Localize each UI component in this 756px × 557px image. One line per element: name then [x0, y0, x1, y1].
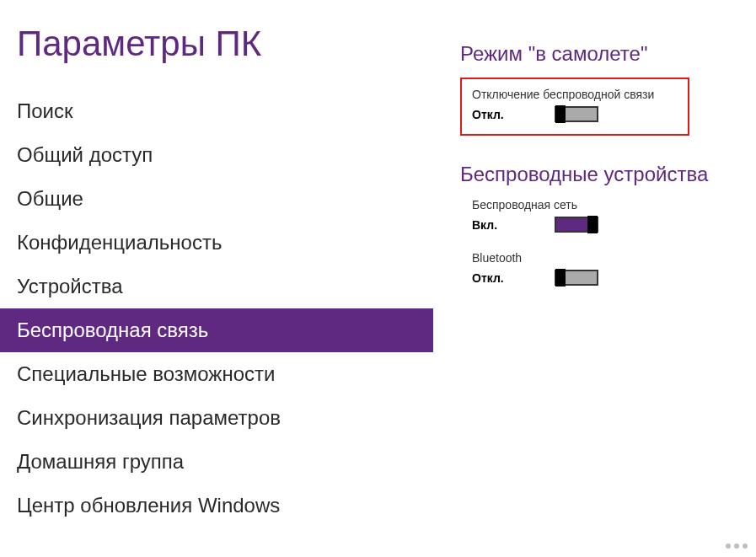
wifi-group: Беспроводная сеть Вкл. — [472, 198, 739, 233]
wifi-status: Вкл. — [472, 218, 507, 232]
sidebar-item-share[interactable]: Общий доступ — [0, 133, 433, 177]
airplane-mode-status: Откл. — [472, 108, 507, 121]
bluetooth-group: Bluetooth Откл. — [472, 251, 739, 286]
sidebar-item-wireless[interactable]: Беспроводная связь — [0, 308, 433, 352]
sidebar-item-privacy[interactable]: Конфиденциальность — [0, 221, 433, 265]
airplane-mode-section: Режим "в самолете" Отключение беспроводн… — [460, 42, 739, 136]
sidebar-item-ease-of-access[interactable]: Специальные возможности — [0, 352, 433, 396]
sidebar-item-sync[interactable]: Синхронизация параметров — [0, 396, 433, 440]
page-title: Параметры ПК — [0, 0, 433, 89]
sidebar-item-search[interactable]: Поиск — [0, 89, 433, 133]
sidebar-item-devices[interactable]: Устройства — [0, 265, 433, 308]
airplane-mode-highlighted: Отключение беспроводной связи Откл. — [460, 78, 689, 136]
wireless-devices-title: Беспроводные устройства — [460, 163, 739, 186]
toggle-handle — [555, 269, 566, 287]
bluetooth-status: Откл. — [472, 271, 507, 285]
bluetooth-row: Откл. — [472, 270, 739, 286]
toggle-handle — [555, 105, 566, 123]
sidebar-item-homegroup[interactable]: Домашняя группа — [0, 440, 433, 484]
toggle-handle — [587, 216, 598, 233]
bluetooth-label: Bluetooth — [472, 251, 739, 265]
content-panel: Режим "в самолете" Отключение беспроводн… — [433, 0, 756, 557]
airplane-mode-toggle[interactable] — [555, 106, 598, 122]
wireless-devices-inner: Беспроводная сеть Вкл. Bluetooth Откл. — [460, 198, 739, 286]
wifi-row: Вкл. — [472, 217, 739, 233]
wireless-devices-section: Беспроводные устройства Беспроводная сет… — [460, 163, 739, 286]
sidebar: Параметры ПК Поиск Общий доступ Общие Ко… — [0, 0, 433, 557]
bluetooth-toggle[interactable] — [555, 270, 598, 286]
airplane-mode-title: Режим "в самолете" — [460, 42, 739, 66]
settings-window: Параметры ПК Поиск Общий доступ Общие Ко… — [0, 0, 756, 557]
sidebar-item-windows-update[interactable]: Центр обновления Windows — [0, 484, 433, 528]
airplane-mode-row: Откл. — [472, 106, 678, 122]
wifi-label: Беспроводная сеть — [472, 198, 739, 212]
airplane-mode-label: Отключение беспроводной связи — [472, 88, 678, 101]
sidebar-item-general[interactable]: Общие — [0, 177, 433, 221]
wifi-toggle[interactable] — [555, 217, 598, 233]
more-indicator-icon — [726, 544, 748, 549]
